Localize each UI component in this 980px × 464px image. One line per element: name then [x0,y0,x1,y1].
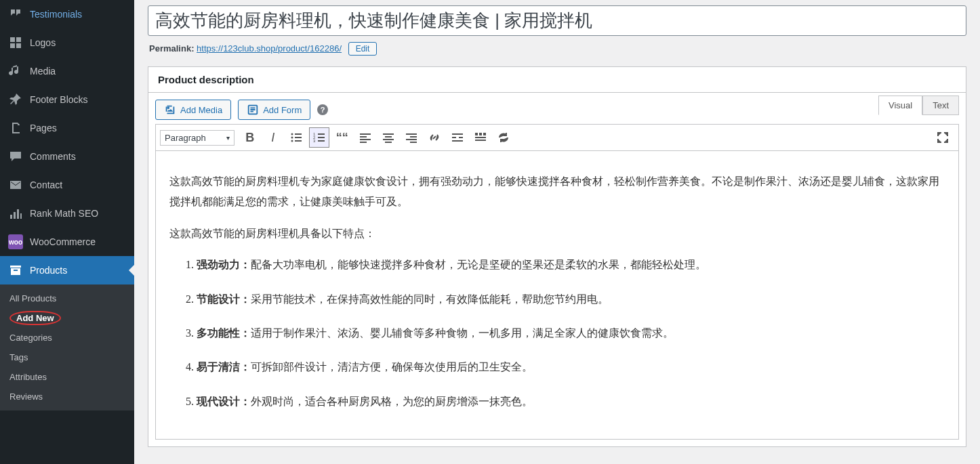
main-content: 高效节能的厨房料理机，快速制作健康美食 | 家用搅拌机 Permalink: h… [134,0,980,464]
svg-text:3: 3 [313,139,316,143]
svg-rect-33 [410,142,417,143]
product-description-box: Product description Add Media Add Form ?… [148,66,966,447]
list-item: 易于清洁：可拆卸部件设计，清洁方便，确保每次使用后的卫生安全。 [197,357,945,377]
content-p2: 这款高效节能的厨房料理机具备以下特点： [169,224,945,244]
svg-rect-22 [360,133,371,135]
tab-visual[interactable]: Visual [878,96,922,115]
mail-icon [8,177,23,192]
add-media-label: Add Media [180,105,222,115]
svg-rect-28 [383,139,394,140]
format-select[interactable]: Paragraph [160,130,234,146]
sidebar-item-rank-math[interactable]: Rank Math SEO [0,199,134,228]
edit-permalink-button[interactable]: Edit [348,42,377,56]
svg-rect-42 [475,140,486,141]
toolbar-toggle-button[interactable] [470,127,491,148]
svg-rect-37 [452,140,463,142]
link-button[interactable] [424,127,445,148]
svg-rect-4 [10,215,12,219]
bold-button[interactable]: B [240,127,260,148]
sidebar-label: Products [30,265,67,276]
sidebar-label: WooCommerce [30,236,96,247]
sidebar-label: Logos [30,37,56,48]
svg-rect-13 [295,137,302,138]
svg-point-10 [291,133,293,135]
product-title-input[interactable]: 高效节能的厨房料理机，快速制作健康美食 | 家用搅拌机 [148,5,966,36]
sidebar-item-woocommerce[interactable]: woo WooCommerce [0,228,134,256]
svg-point-8 [167,107,170,110]
archive-icon [8,263,23,278]
refresh-button[interactable] [493,127,514,148]
svg-rect-5 [14,212,16,219]
products-submenu: All Products Add New Categories Tags Att… [0,284,134,410]
svg-rect-35 [452,137,456,138]
sidebar-label: Footer Blocks [30,94,88,105]
sidebar-item-pages[interactable]: Pages [0,114,134,142]
sidebar-label: Testimonials [30,9,82,20]
svg-rect-41 [475,137,486,138]
svg-rect-25 [360,142,367,143]
sidebar-item-comments[interactable]: Comments [0,142,134,171]
help-icon[interactable]: ? [317,104,328,115]
grid-icon [8,35,23,50]
sidebar-item-products[interactable]: Products [0,256,134,284]
bullet-list-button[interactable] [286,127,306,148]
content-p1: 这款高效节能的厨房料理机专为家庭健康饮食设计，拥有强劲动力，能够快速搅拌各种食材… [169,171,945,213]
svg-rect-6 [17,209,19,219]
add-form-label: Add Form [263,105,302,115]
svg-rect-40 [483,133,486,135]
svg-rect-2 [10,43,15,48]
svg-rect-38 [475,133,478,135]
svg-rect-30 [406,133,417,135]
svg-rect-0 [10,37,15,42]
add-form-button[interactable]: Add Form [238,100,310,120]
svg-rect-3 [16,43,21,48]
submenu-add-new[interactable]: Add New [0,308,134,328]
list-item: 多功能性：适用于制作果汁、浓汤、婴儿辅食等多种食物，一机多用，满足全家人的健康饮… [197,323,945,343]
submenu-reviews[interactable]: Reviews [0,387,134,406]
editor-content[interactable]: 这款高效节能的厨房料理机专为家庭健康饮食设计，拥有强劲动力，能够快速搅拌各种食材… [155,150,959,440]
woo-icon: woo [8,234,23,249]
editor-wrap: Paragraph B I 123 ““ [148,124,966,446]
svg-rect-19 [318,137,325,138]
content-list: 强劲动力：配备大功率电机，能够快速搅拌多种食材，无论是坚硬的坚果还是柔软的水果，… [169,255,945,412]
submenu-all-products[interactable]: All Products [0,289,134,308]
align-center-button[interactable] [378,127,399,148]
svg-rect-15 [295,140,302,142]
postbox-title: Product description [148,67,966,93]
quote-icon [8,7,23,22]
submenu-categories[interactable]: Categories [0,328,134,347]
svg-rect-29 [385,142,392,143]
number-list-button[interactable]: 123 [309,127,329,148]
sidebar-item-footer-blocks[interactable]: Footer Blocks [0,85,134,114]
comment-icon [8,149,23,164]
sidebar-label: Pages [30,123,57,133]
sidebar-item-media[interactable]: Media [0,57,134,85]
permalink-link[interactable]: https://123club.shop/product/162286/ [197,43,342,54]
svg-point-14 [291,140,293,142]
svg-rect-26 [383,133,394,135]
add-media-button[interactable]: Add Media [155,100,231,120]
italic-button[interactable]: I [263,127,283,148]
svg-rect-17 [318,133,325,135]
svg-rect-31 [410,136,417,138]
sidebar-item-contact[interactable]: Contact [0,171,134,199]
submenu-tags[interactable]: Tags [0,347,134,367]
quote-button[interactable]: ““ [332,127,352,148]
svg-rect-24 [360,139,371,140]
align-left-button[interactable] [355,127,375,148]
fullscreen-button[interactable] [933,127,953,148]
sidebar-label: Contact [30,180,62,190]
align-right-button[interactable] [401,127,422,148]
sidebar-item-testimonials[interactable]: Testimonials [0,0,134,28]
svg-rect-21 [318,140,325,142]
pin-icon [8,92,23,107]
tab-text[interactable]: Text [922,96,959,115]
svg-rect-1 [16,37,21,42]
chart-icon [8,206,23,221]
svg-rect-23 [360,136,367,138]
insert-more-button[interactable] [447,127,468,148]
svg-rect-11 [295,133,302,135]
submenu-attributes[interactable]: Attributes [0,367,134,387]
permalink-row: Permalink: https://123club.shop/product/… [149,42,966,56]
sidebar-item-logos[interactable]: Logos [0,28,134,57]
